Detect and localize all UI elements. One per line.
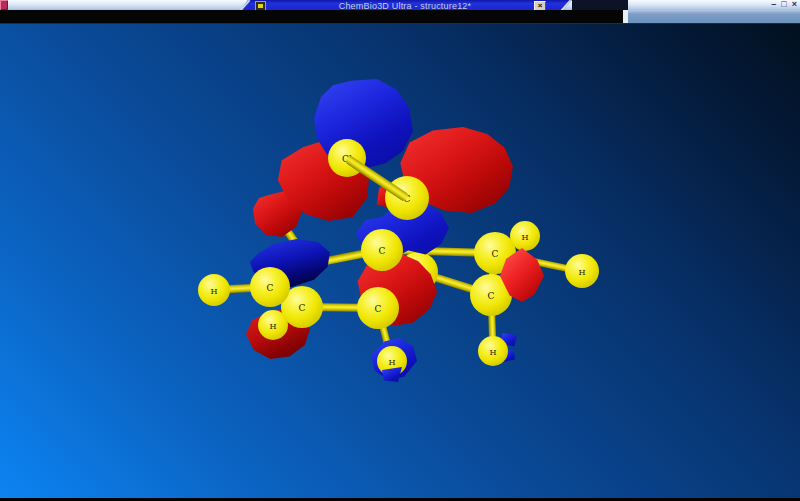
black-filler-bar bbox=[0, 10, 623, 23]
atom-label: C bbox=[492, 249, 499, 259]
screen: – □ × ChemBio3D Ultra - structure12* × C… bbox=[0, 0, 800, 501]
atom-label: C bbox=[375, 304, 382, 314]
atom-C[interactable]: C bbox=[250, 267, 290, 307]
atom-H[interactable]: H bbox=[565, 254, 599, 288]
atom-C[interactable]: C bbox=[357, 287, 399, 329]
atom-label: C bbox=[379, 246, 386, 256]
atom-label: H bbox=[270, 322, 277, 331]
close-icon[interactable]: × bbox=[792, 0, 797, 10]
maximize-icon[interactable]: □ bbox=[781, 0, 786, 10]
atom-label: C bbox=[299, 303, 306, 313]
atom-C[interactable]: C bbox=[361, 229, 403, 271]
atom-label: C bbox=[488, 291, 495, 301]
atom-label: H bbox=[211, 287, 218, 296]
titlebar-shadow bbox=[572, 0, 628, 10]
red-background-app-icon[interactable] bbox=[0, 0, 8, 10]
steel-blue-panel bbox=[628, 10, 800, 23]
atom-H[interactable]: H bbox=[198, 274, 230, 306]
atom-label: H bbox=[490, 348, 497, 357]
minimize-icon[interactable]: – bbox=[771, 0, 776, 10]
atom-H[interactable]: H bbox=[510, 221, 540, 251]
atom-H[interactable]: H bbox=[258, 310, 288, 340]
atom-H[interactable]: H bbox=[478, 336, 508, 366]
atom-label: C bbox=[267, 283, 274, 293]
outer-window-controls: – □ × bbox=[771, 0, 797, 10]
atom-label: H bbox=[389, 358, 396, 367]
atom-label: H bbox=[579, 268, 586, 277]
atom-label: H bbox=[522, 233, 529, 242]
viewport-3d[interactable]: ClCCCCCCCCHHHHHH bbox=[0, 23, 800, 498]
